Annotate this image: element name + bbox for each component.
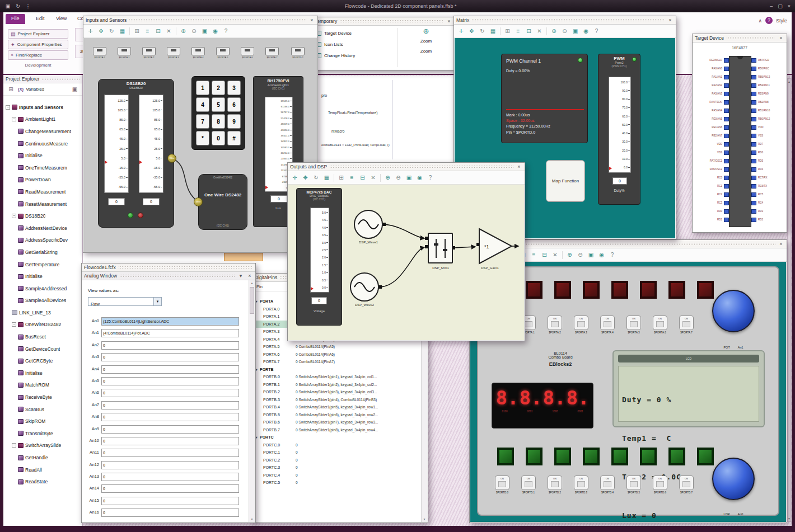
tree-item[interactable]: GetTemperature [3, 258, 82, 271]
tree-item[interactable]: Sample4Addressed [3, 283, 82, 295]
panel-box-icon[interactable]: ▣ [70, 84, 80, 94]
cursor-icon[interactable]: ✛ [290, 173, 300, 182]
dsp-wave2-component[interactable] [349, 272, 380, 304]
close-icon[interactable]: × [446, 18, 452, 25]
document-title-bar[interactable]: Flowcode1.fcfx [82, 263, 255, 272]
scroll-down-icon[interactable]: ▼ [422, 516, 427, 522]
style-button[interactable]: Style [776, 18, 787, 23]
tab-view[interactable]: View [50, 14, 72, 24]
minimize-button[interactable]: – [770, 3, 773, 9]
delete-icon[interactable]: ✕ [535, 26, 544, 36]
panel-list-item[interactable]: Change History [315, 50, 395, 61]
copy-icon[interactable]: ⊟ [358, 173, 367, 182]
tree-item[interactable]: −AmbientLight1 [3, 114, 82, 126]
components-icon[interactable]: ▦ [118, 26, 127, 36]
keypad-key-8[interactable]: 8 [212, 114, 225, 129]
push-switch[interactable]: ON [626, 316, 641, 330]
analog-value-field[interactable]: 0 [101, 473, 239, 481]
copy-icon[interactable]: ⊟ [524, 26, 534, 36]
expander-icon[interactable]: − [12, 322, 16, 327]
grid-view-icon[interactable]: ⊞ [6, 84, 16, 94]
delete-icon[interactable]: ✕ [368, 173, 378, 182]
push-switch[interactable]: ON [574, 475, 588, 490]
chip-pin[interactable]: RB6/PGC [693, 66, 786, 73]
tree-item[interactable]: AddressNextDevice [3, 222, 82, 234]
pin-row[interactable]: PORTC.30 [253, 464, 420, 472]
rotate-icon[interactable]: ↻ [478, 26, 487, 36]
vertical-scrollbar[interactable]: ▲ ▼ [249, 280, 255, 522]
close-icon[interactable]: × [308, 17, 315, 23]
pan-icon[interactable]: ✥ [467, 26, 476, 36]
rotate-icon[interactable]: ↻ [311, 173, 321, 182]
maximize-button[interactable]: ▢ [778, 3, 783, 9]
window-title-bar[interactable]: Temporary × [312, 17, 455, 26]
zoom-out-icon[interactable]: ⊖ [189, 26, 199, 36]
tree-item[interactable]: SkipROM [3, 415, 82, 427]
variables-label[interactable]: Variables [26, 87, 44, 92]
push-switch[interactable]: ON [679, 316, 694, 330]
window-title-bar[interactable]: Inputs and Sensors × [83, 16, 317, 25]
pin-row[interactable]: PORTB.30 SwitchArraySlider1(pin4), Combo… [253, 396, 420, 404]
zoom-button[interactable]: Zoom [400, 39, 452, 44]
chip-pin[interactable]: RB7/PGD [693, 58, 786, 65]
zoom-in-icon[interactable]: ⊕ [549, 26, 559, 36]
push-switch[interactable]: ON [548, 316, 562, 330]
delete-icon[interactable]: ✕ [550, 250, 560, 260]
analog-value-field[interactable]: 0 [101, 365, 239, 374]
camera-icon[interactable]: ◉ [415, 173, 424, 182]
chip-pin[interactable]: RC5 [693, 192, 786, 199]
push-switch[interactable]: ON [548, 475, 562, 490]
tree-item[interactable]: ReceiveByte [3, 391, 82, 403]
keypad-key-hash[interactable]: # [227, 131, 241, 145]
push-switch[interactable]: ON [521, 475, 536, 490]
pin-row[interactable]: PORTB.00 SwitchArraySlider1(pin1), keypa… [253, 373, 420, 381]
panel-header[interactable]: Project Explorer [3, 75, 82, 83]
copy-icon[interactable]: ⊟ [540, 250, 549, 260]
pwm-channel-component[interactable]: PWM Channel 1 Duty = 0.00% Mark : 0.00us… [501, 54, 588, 143]
chip-pin[interactable]: RD6 [693, 150, 786, 157]
tree-item[interactable]: −OneWireDS2482 [3, 319, 82, 331]
tree-item[interactable]: −SwitchArraySlide [3, 440, 82, 452]
zoom-out-icon[interactable]: ⊖ [576, 250, 585, 260]
chip-pin[interactable]: RB5/AN13 [693, 74, 786, 82]
pin-row[interactable]: PORTC.20 [253, 456, 420, 464]
refresh-icon[interactable]: ↻ [15, 3, 21, 10]
tree-item[interactable]: ContinuousMeasure [3, 138, 82, 150]
zoom-fit-icon[interactable]: ▣ [570, 26, 580, 36]
components-icon[interactable]: ▦ [322, 173, 331, 182]
chip-pin[interactable]: RB1/AN10 [693, 108, 786, 115]
close-icon[interactable]: × [778, 241, 784, 247]
help-icon[interactable]: ? [765, 17, 773, 24]
collapse-ribbon-icon[interactable]: ∧ [758, 18, 762, 23]
project-explorer-button[interactable]: ▤Project Explorer [8, 29, 68, 39]
push-switch[interactable]: ON [600, 316, 615, 330]
camera-icon[interactable]: ◉ [597, 250, 606, 260]
find-replace-button[interactable]: ⌖Find/Replace [8, 50, 68, 60]
tree-item[interactable]: GetHandle [3, 451, 82, 464]
tree-item[interactable]: ReadAll [3, 464, 82, 476]
zoom-in-icon[interactable]: ⊕ [565, 250, 574, 260]
port-connector[interactable]: $PORTA.6 [240, 47, 255, 59]
scroll-down-icon[interactable]: ▼ [788, 516, 791, 521]
push-switch[interactable]: ON [574, 316, 588, 330]
keypad-key-3[interactable]: 3 [227, 81, 241, 95]
pin-row[interactable]: PORTC.50 [253, 479, 420, 487]
zoom-icon[interactable]: ⊕ [400, 27, 452, 35]
help-icon[interactable]: ? [425, 173, 435, 182]
close-icon[interactable]: × [516, 163, 522, 170]
pin-row[interactable]: PORTB.70 SwitchArraySlider1(pin8), keypa… [253, 426, 420, 434]
analog-value-field[interactable]: (125:ComboBL0114)LightSensor.ADC [101, 317, 239, 326]
port-connector[interactable]: $PORTA.3 [166, 47, 181, 59]
pin-row[interactable]: PORTB.10 SwitchArraySlider1(pin2), keypa… [253, 381, 420, 389]
keypad-key-star[interactable]: * [196, 131, 209, 145]
pin-row[interactable]: PORTA.50 ComboBL0114(PinA5) [253, 343, 420, 351]
analog-value-field[interactable]: 0 [101, 497, 239, 505]
chip-pin[interactable]: RD7 [693, 142, 786, 149]
port-connector[interactable]: $PORTA.5 [215, 47, 231, 59]
chip-pin[interactable]: RD2 [693, 217, 786, 224]
chip-pin[interactable]: RC6/TX [693, 183, 786, 191]
dropdown-arrow-icon[interactable]: ▾ [153, 298, 161, 305]
app-titlebar[interactable]: ▣ ↻ ⋮ Flowcode - Dedicated 2D component … [0, 0, 795, 12]
keypad-key-6[interactable]: 6 [227, 97, 241, 112]
align-icon[interactable]: ≡ [143, 26, 152, 36]
